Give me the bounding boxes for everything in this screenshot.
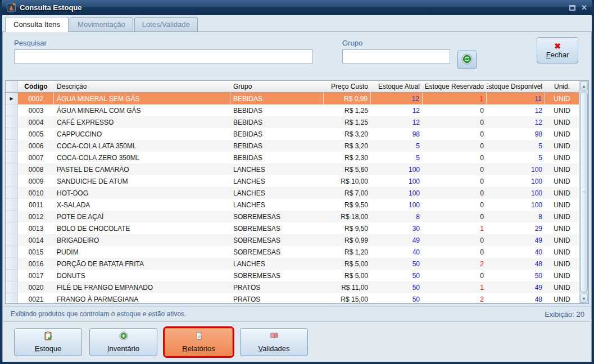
header-preco-custo[interactable]: Preço Custo xyxy=(324,83,371,90)
row-indicator-cell xyxy=(6,222,18,234)
close-x-icon: ✖ xyxy=(554,42,561,50)
cell-estoque-atual: 5 xyxy=(371,152,423,163)
table-row[interactable]: 0012POTE DE AÇAÍSOBREMESASR$ 18,00808UNI… xyxy=(6,211,579,222)
cell-estoque-disponivel: 50 xyxy=(487,270,545,281)
inventario-button[interactable]: Inventário xyxy=(89,328,157,356)
row-indicator-cell xyxy=(6,128,18,140)
cell-codigo: 0020 xyxy=(18,281,54,293)
table-row[interactable]: 0013BOLO DE CHOCOLATESOBREMESASR$ 9,5030… xyxy=(6,222,579,234)
table-row[interactable]: 0003ÁGUA MINERAL COM GÁSBEBIDASR$ 1,2512… xyxy=(6,104,579,116)
fechar-button[interactable]: ✖ Fechar xyxy=(537,37,578,63)
table-row[interactable]: 0004CAFÉ EXPRESSOBEBIDASR$ 1,2512012UNID xyxy=(6,116,579,128)
cell-grupo: SOBREMESAS xyxy=(230,234,324,246)
scroll-up-icon[interactable]: ▲ xyxy=(580,81,588,90)
table-row[interactable]: 0016PORÇÃO DE BATATA FRITALANCHESR$ 5,00… xyxy=(6,258,579,270)
cell-unid: UNID xyxy=(545,246,579,258)
relatorios-button[interactable]: Relatórios xyxy=(165,328,233,356)
cell-unid: UNID xyxy=(545,93,579,104)
header-estoque-reservado[interactable]: Estoque Reservado xyxy=(423,83,487,90)
maximize-icon[interactable] xyxy=(569,5,575,11)
cell-preco-custo: R$ 5,00 xyxy=(324,258,371,270)
cell-unid: UNID xyxy=(545,104,579,116)
header-codigo[interactable]: Código xyxy=(18,83,54,90)
cell-preco-custo: R$ 1,25 xyxy=(324,104,371,116)
cell-estoque-reservado: 0 xyxy=(423,199,487,211)
header-descricao[interactable]: Descrição xyxy=(54,83,230,90)
table-row[interactable]: 0017DONUTSSOBREMESASR$ 5,0050050UNID xyxy=(6,270,579,281)
table-row[interactable]: ▶0002ÁGUA MINERAL SEM GÁSBEBIDASR$ 0,991… xyxy=(6,93,579,104)
cell-estoque-disponivel: 100 xyxy=(487,175,545,187)
grupo-input[interactable] xyxy=(342,49,450,63)
cell-codigo: 0021 xyxy=(18,293,54,303)
table-row[interactable]: 0005CAPPUCCINOBEBIDASR$ 3,2098098UNID xyxy=(6,128,579,140)
row-indicator-cell xyxy=(6,104,18,116)
scroll-down-icon[interactable]: ▼ xyxy=(580,294,588,303)
table-row[interactable]: 0008PASTEL DE CAMARÃOLANCHESR$ 5,6010001… xyxy=(6,163,579,175)
estoque-button[interactable]: Estoque xyxy=(14,328,82,356)
cell-estoque-reservado: 0 xyxy=(423,116,487,128)
cell-estoque-atual: 8 xyxy=(371,211,423,222)
row-indicator-cell: ▶ xyxy=(6,93,18,104)
row-indicator-cell xyxy=(6,258,18,270)
cell-estoque-reservado: 0 xyxy=(423,211,487,222)
cell-estoque-atual: 49 xyxy=(371,234,423,246)
cell-grupo: PRATOS xyxy=(230,281,324,293)
table-row[interactable]: 0007COCA-COLA ZERO 350MLBEBIDASR$ 2,3050… xyxy=(6,152,579,163)
table-row[interactable]: 0006COCA-COLA LATA 350MLBEBIDASR$ 3,2050… xyxy=(6,140,579,152)
cell-grupo: PRATOS xyxy=(230,293,324,303)
cell-estoque-atual: 12 xyxy=(371,93,423,104)
cell-estoque-reservado: 0 xyxy=(423,128,487,140)
header-unid[interactable]: Unid. xyxy=(545,83,579,90)
cell-preco-custo: R$ 10,00 xyxy=(324,175,371,187)
cell-grupo: SOBREMESAS xyxy=(230,270,324,281)
cell-estoque-reservado: 0 xyxy=(423,270,487,281)
cell-estoque-disponivel: 48 xyxy=(487,293,545,303)
tab-consulta-itens[interactable]: Consulta Itens xyxy=(5,17,69,32)
cell-estoque-reservado: 0 xyxy=(423,175,487,187)
cell-descricao: DONUTS xyxy=(54,270,230,281)
pesquisar-input[interactable] xyxy=(14,49,313,63)
tab-lotes-validade[interactable]: Lotes/Validade xyxy=(134,17,198,31)
table-row[interactable]: 0020FILÉ DE FRANGO EMPANADOPRATOSR$ 11,0… xyxy=(6,281,579,293)
cell-estoque-disponivel: 100 xyxy=(487,187,545,199)
row-indicator-cell xyxy=(6,199,18,211)
row-indicator-cell xyxy=(6,116,18,128)
cell-unid: UNID xyxy=(545,140,579,152)
cell-estoque-disponivel: 100 xyxy=(487,163,545,175)
cell-estoque-atual: 98 xyxy=(371,128,423,140)
scrollbar-thumb[interactable]: = xyxy=(580,92,588,293)
cell-estoque-disponivel: 29 xyxy=(487,222,545,234)
tab-movimentacao[interactable]: Movimentação xyxy=(70,17,133,31)
cell-preco-custo: R$ 0,99 xyxy=(324,93,371,104)
exhibition-count: Exibição: 20 xyxy=(545,310,584,319)
cell-unid: UNID xyxy=(545,222,579,234)
table-row[interactable]: 0015PUDIMSOBREMESASR$ 1,2040040UNID xyxy=(6,246,579,258)
cell-preco-custo: R$ 9,50 xyxy=(324,199,371,211)
report-document-icon xyxy=(194,331,203,342)
cell-unid: UNID xyxy=(545,293,579,303)
vertical-scrollbar[interactable]: ▲ = ▼ xyxy=(579,81,588,303)
header-estoque-atual[interactable]: Estoque Atual xyxy=(371,83,423,90)
header-grupo[interactable]: Grupo xyxy=(230,83,324,90)
cell-estoque-atual: 30 xyxy=(371,222,423,234)
cell-unid: UNID xyxy=(545,128,579,140)
table-row[interactable]: 0014BRIGADEIROSOBREMESASR$ 0,9949049UNID xyxy=(6,234,579,246)
cell-preco-custo: R$ 9,50 xyxy=(324,222,371,234)
cell-grupo: LANCHES xyxy=(230,199,324,211)
validades-button[interactable]: Validades xyxy=(240,328,308,356)
close-icon[interactable]: ✕ xyxy=(581,4,587,11)
table-row[interactable]: 0011X-SALADALANCHESR$ 9,501000100UNID xyxy=(6,199,579,211)
grupo-label: Grupo xyxy=(342,39,450,47)
cell-unid: UNID xyxy=(545,163,579,175)
validity-book-icon xyxy=(270,331,279,342)
refresh-group-button[interactable] xyxy=(457,51,477,69)
cell-descricao: PORÇÃO DE BATATA FRITA xyxy=(54,258,230,270)
grid-body: ▶0002ÁGUA MINERAL SEM GÁSBEBIDASR$ 0,991… xyxy=(6,93,579,303)
header-estoque-disponivel[interactable]: Estoque Disponível xyxy=(487,83,545,90)
table-row[interactable]: 0021FRANGO À PARMEGIANAPRATOSR$ 15,00502… xyxy=(6,293,579,303)
cell-descricao: PUDIM xyxy=(54,246,230,258)
table-row[interactable]: 0010HOT-DOGLANCHESR$ 7,001000100UNID xyxy=(6,187,579,199)
table-row[interactable]: 0009SANDUICHE DE ATUMLANCHESR$ 10,001000… xyxy=(6,175,579,187)
cell-unid: UNID xyxy=(545,281,579,293)
cell-descricao: COCA-COLA ZERO 350ML xyxy=(54,152,230,163)
